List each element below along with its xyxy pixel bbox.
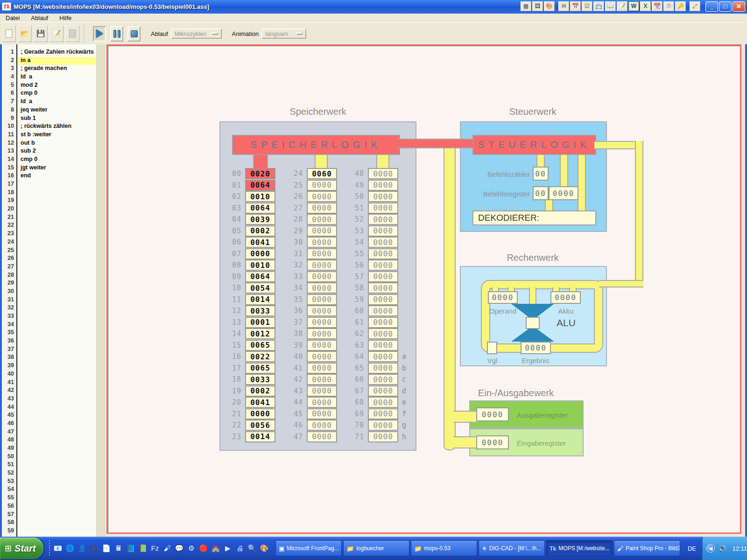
memory-cell[interactable]: 0041 [245, 397, 275, 408]
outlook-express-icon[interactable]: 📧 [53, 544, 63, 553]
memory-cell[interactable]: 0000 [368, 259, 398, 271]
ergebnis-register[interactable]: 0000 [521, 342, 551, 354]
memory-cell[interactable]: 0060 [307, 168, 337, 179]
memory-cell[interactable]: 0000 [368, 351, 398, 362]
code-line[interactable] [18, 296, 96, 305]
memory-cell[interactable]: 0065 [245, 363, 275, 374]
code-line[interactable]: sub 2 [18, 147, 96, 156]
code-line[interactable]: jeq weiter [18, 106, 96, 115]
code-line[interactable] [18, 478, 96, 486]
code-line[interactable] [18, 354, 96, 362]
code-line[interactable] [18, 445, 96, 453]
tasks-icon[interactable]: ☑ [582, 1, 592, 11]
messenger-icon[interactable]: 👤 [78, 544, 87, 553]
excel-icon[interactable]: 📗 [138, 544, 148, 553]
memory-cell[interactable]: 0000 [307, 431, 337, 442]
befehlsregister-opcode[interactable]: 00 [533, 186, 549, 200]
ablauf-select[interactable]: Mikrozyklen [171, 28, 222, 39]
contacts-icon[interactable]: 📇 [593, 1, 604, 11]
memory-cell[interactable]: 0000 [368, 214, 398, 225]
save-button[interactable]: 💾 [34, 25, 48, 42]
code-line[interactable]: ; rückwärts zählen [18, 123, 96, 131]
search-icon[interactable]: 🔍 [247, 544, 257, 553]
memory-cell[interactable]: 0000 [368, 385, 398, 397]
code-line[interactable] [18, 486, 96, 494]
volume-icon[interactable]: 🔊 [719, 545, 726, 552]
code-line[interactable] [18, 337, 96, 346]
memory-cell[interactable]: 0000 [368, 431, 398, 442]
memory-cell[interactable]: 0041 [245, 237, 275, 248]
memory-cell[interactable]: 0000 [368, 420, 398, 431]
code-line[interactable] [18, 469, 96, 478]
code-line[interactable] [18, 387, 96, 395]
memory-cell[interactable]: 0012 [245, 328, 275, 339]
code-line[interactable] [18, 230, 96, 238]
memory-cell[interactable]: 0000 [307, 328, 337, 339]
befehlsregister-operand[interactable]: 0000 [549, 186, 578, 200]
ie-icon[interactable]: 🌐 [65, 544, 75, 553]
scanner-icon[interactable]: 🖨 [235, 544, 245, 553]
memory-cell[interactable]: 0033 [245, 305, 275, 316]
code-line[interactable] [18, 404, 96, 412]
excel-icon[interactable]: X [640, 1, 651, 11]
memory-cell[interactable]: 0054 [245, 282, 275, 294]
memory-cell[interactable]: 0000 [307, 282, 337, 294]
task-logbuecher[interactable]: 📁logbuecher [343, 540, 409, 556]
memory-cell[interactable]: 0000 [307, 351, 337, 362]
memory-cell[interactable]: 0000 [307, 214, 337, 225]
code-line[interactable] [18, 511, 96, 519]
operand-register[interactable]: 0000 [488, 291, 518, 304]
quicklaunch-handle[interactable] [48, 540, 51, 556]
memory-cell[interactable]: 0064 [245, 271, 275, 282]
code-line[interactable] [18, 527, 96, 536]
memory-cell[interactable]: 0014 [245, 294, 275, 305]
memory-cell[interactable]: 0000 [245, 408, 275, 420]
memory-cell[interactable]: 0000 [368, 168, 398, 179]
code-line[interactable] [18, 436, 96, 445]
code-line[interactable]: cmp 0 [18, 156, 96, 164]
code-line[interactable] [18, 494, 96, 503]
memory-cell[interactable]: 0000 [368, 374, 398, 385]
memory-cell[interactable]: 0002 [245, 385, 275, 397]
code-line[interactable] [18, 238, 96, 247]
code-line[interactable] [18, 272, 96, 280]
memory-cell[interactable]: 0000 [307, 225, 337, 237]
code-line[interactable] [18, 379, 96, 387]
code-line[interactable] [18, 247, 96, 255]
code-line[interactable] [18, 428, 96, 437]
print-button[interactable] [65, 25, 79, 42]
memory-cell[interactable]: 0000 [368, 305, 398, 316]
memory-cell[interactable]: 0002 [245, 225, 275, 237]
maximize-button[interactable]: □ [719, 1, 732, 12]
task-mops[interactable]: TkMOPS [M:/website... [546, 540, 613, 556]
notes-icon[interactable]: 📝 [617, 1, 627, 11]
memory-cell[interactable]: 0022 [245, 351, 275, 362]
code-line[interactable]: sub 1 [18, 115, 96, 123]
memory-cell[interactable]: 0000 [307, 191, 337, 202]
memory-cell[interactable]: 0000 [245, 248, 275, 259]
code-line[interactable] [18, 197, 96, 205]
eingabe-register[interactable]: 0000 [476, 435, 509, 449]
theme-colors-icon[interactable]: 🎨 [544, 1, 555, 11]
memory-cell[interactable]: 0000 [307, 374, 337, 385]
memory-cell[interactable]: 0000 [307, 408, 337, 420]
code-line[interactable]: ; Gerade Zahlen rückwärts [18, 49, 96, 57]
word-icon[interactable]: W [628, 1, 639, 11]
memory-cell[interactable]: 0065 [245, 340, 275, 351]
publisher-icon[interactable]: 📘 [126, 544, 135, 553]
memory-cell[interactable]: 0000 [368, 363, 398, 374]
memory-cell[interactable]: 0000 [368, 328, 398, 339]
paint-icon[interactable]: 🖌 [162, 544, 172, 553]
code-line[interactable] [18, 453, 96, 462]
code-line[interactable] [18, 461, 96, 469]
code-line[interactable] [18, 222, 96, 230]
task-mops-folder[interactable]: 📁mops-0.53 [411, 540, 477, 556]
code-line[interactable] [18, 519, 96, 527]
memory-cell[interactable]: 0033 [245, 374, 275, 385]
ausgabe-register[interactable]: 0000 [476, 407, 509, 421]
memory-cell[interactable]: 0000 [368, 408, 398, 420]
code-listbox[interactable]: ; Gerade Zahlen rückwärtsin a; gerade ma… [18, 44, 96, 537]
memory-cell[interactable]: 0000 [307, 305, 337, 316]
code-line[interactable]: in a [18, 57, 96, 65]
calendar-icon[interactable]: 📅 [570, 1, 581, 11]
